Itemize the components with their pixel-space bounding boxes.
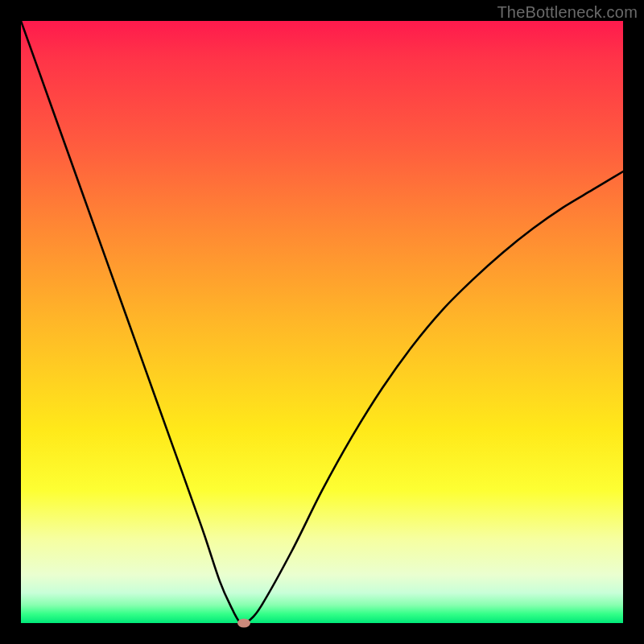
bottleneck-curve: [21, 21, 623, 623]
watermark-text: TheBottleneck.com: [497, 3, 638, 22]
chart-plot-area: [21, 21, 623, 623]
optimal-point-marker: [237, 619, 250, 628]
